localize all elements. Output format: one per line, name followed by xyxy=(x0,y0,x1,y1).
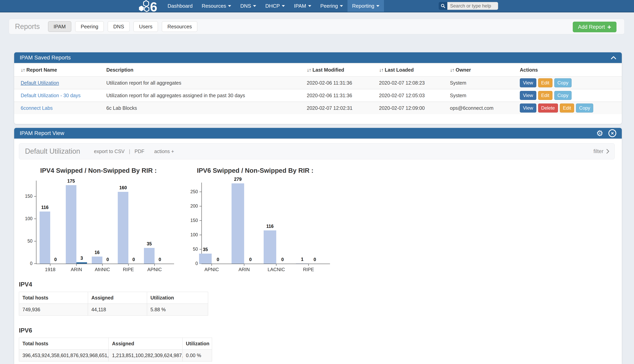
tab-ipam[interactable]: IPAM xyxy=(48,21,71,32)
nav-item-dashboard[interactable]: Dashboard xyxy=(163,0,197,12)
saved-reports-header: IPAM Saved Reports xyxy=(14,52,622,63)
column-header-label: Actions xyxy=(520,67,538,72)
delete-button[interactable]: Delete xyxy=(538,104,558,112)
report-owner: System xyxy=(450,80,520,86)
bar-value-label: 279 xyxy=(228,177,248,182)
6connect-logo: 6 xyxy=(138,0,163,12)
report-description: Utilization report for all aggregates as… xyxy=(106,93,307,98)
x-category-label: 1918 xyxy=(34,267,67,272)
nav-item-peering[interactable]: Peering xyxy=(316,0,348,12)
column-header-label: Last Modified xyxy=(312,67,344,72)
close-x-glyph: × xyxy=(608,129,616,137)
chevron-up-icon[interactable] xyxy=(611,56,616,59)
nav-item-resources[interactable]: Resources xyxy=(197,0,236,12)
nav-item-label: DHCP xyxy=(265,3,280,9)
view-button[interactable]: View xyxy=(520,91,536,100)
summary-value-assigned: 1,213,851,100,282,309,624,987,676 xyxy=(109,350,183,362)
nav-item-dns[interactable]: DNS xyxy=(236,0,261,12)
x-category-label: APNIC xyxy=(138,267,171,272)
y-tick xyxy=(34,218,36,219)
main-nav: DashboardResourcesDNSDHCPIPAMPeeringRepo… xyxy=(163,0,384,12)
add-report-label: Add Report xyxy=(578,24,605,30)
column-header-last-modified[interactable]: ↓↑Last Modified xyxy=(307,67,379,73)
report-name-link[interactable]: Default Utilization - 30 days xyxy=(21,93,81,98)
report-last-modified: 2020-02-07 12:02:31 xyxy=(307,105,379,111)
page-header: Reports IPAMPeeringDNSUsersResources Add… xyxy=(9,19,624,34)
bar-swipped-1918 xyxy=(40,212,50,264)
nav-item-dhcp[interactable]: DHCP xyxy=(261,0,289,12)
close-icon[interactable]: × xyxy=(608,129,616,137)
x-tick xyxy=(154,264,155,266)
search-input[interactable] xyxy=(447,2,498,10)
edit-button[interactable]: Edit xyxy=(560,104,574,112)
y-tick-label: 150 xyxy=(17,194,33,199)
sort-icon: ↓↑ xyxy=(307,67,311,72)
x-tick xyxy=(128,264,129,266)
summary-column-utilization: Utilization xyxy=(147,292,208,304)
y-tick xyxy=(200,220,201,221)
tab-peering[interactable]: Peering xyxy=(75,21,104,32)
search-icon[interactable] xyxy=(439,2,447,10)
bar-value-label: 35 xyxy=(139,241,159,246)
export-csv-link[interactable]: export to CSV xyxy=(94,148,125,154)
column-header-report-name[interactable]: ↓↑Report Name xyxy=(21,67,106,73)
saved-reports-title: IPAM Saved Reports xyxy=(20,54,71,61)
pdf-link[interactable]: PDF xyxy=(135,148,144,154)
report-name-cell: Default Utilization - 30 days xyxy=(21,93,106,98)
report-name-link[interactable]: Default Utilization xyxy=(21,80,59,86)
x-category-label: RIPE xyxy=(112,267,145,272)
x-category-label: ARIN xyxy=(60,267,93,272)
column-header-last-loaded[interactable]: ↓↑Last Loaded xyxy=(379,67,450,73)
view-button[interactable]: View xyxy=(520,78,536,87)
nav-item-label: Reporting xyxy=(352,3,374,9)
nav-item-reporting[interactable]: Reporting xyxy=(348,0,384,12)
x-tick xyxy=(102,264,103,266)
report-name-link[interactable]: 6connect Labs xyxy=(21,105,53,111)
add-report-button[interactable]: Add Report + xyxy=(573,22,616,32)
y-axis-line xyxy=(36,180,37,264)
y-tick-label: 100 xyxy=(183,232,198,238)
gear-icon[interactable]: ⚙ xyxy=(596,129,603,137)
y-tick xyxy=(200,235,201,235)
copy-button[interactable]: Copy xyxy=(576,104,593,112)
copy-button[interactable]: Copy xyxy=(554,78,571,87)
report-description: Utilization report for all aggregates xyxy=(106,80,307,86)
tab-users[interactable]: Users xyxy=(134,21,158,32)
bar-swipped-afrinic xyxy=(92,256,102,264)
filter-toggle[interactable]: filter xyxy=(593,148,609,154)
chevron-down-icon xyxy=(376,5,379,7)
chart-title: IPV6 Swipped / Non-Swipped By RIR : xyxy=(157,167,354,174)
report-last-loaded: 2020-02-07 12:05:03 xyxy=(379,93,450,98)
bar-value-label: 35 xyxy=(196,247,215,252)
column-header-owner[interactable]: ↓↑Owner xyxy=(450,67,520,73)
ipv6-heading: IPV6 xyxy=(19,327,32,334)
x-tick xyxy=(50,264,51,266)
view-button[interactable]: View xyxy=(520,104,536,112)
top-navbar: 6 DashboardResourcesDNSDHCPIPAMPeeringRe… xyxy=(0,0,634,12)
report-last-loaded: 2020-02-07 12:09:00 xyxy=(379,105,450,111)
nav-item-ipam[interactable]: IPAM xyxy=(289,0,316,12)
table-row: 6connect Labs6c Lab Blocks2020-02-07 12:… xyxy=(14,102,622,114)
toolbar-divider: | xyxy=(129,148,130,154)
tab-dns[interactable]: DNS xyxy=(108,21,130,32)
chart-title: IPV4 Swipped / Non-Swipped By RIR : xyxy=(14,167,197,174)
nav-item-label: Resources xyxy=(202,3,226,9)
x-category-label: APNIC xyxy=(195,267,228,272)
summary-value-total-hosts: 396,453,924,358,601,876,923,968,651,264 xyxy=(19,350,109,362)
column-header-label: Owner xyxy=(456,67,471,72)
column-header-label: Description xyxy=(106,67,134,72)
edit-button[interactable]: Edit xyxy=(538,91,552,100)
summary-column-assigned: Assigned xyxy=(109,338,183,350)
y-tick-label: 150 xyxy=(183,218,198,223)
bar-value-label: 160 xyxy=(113,185,133,190)
copy-button[interactable]: Copy xyxy=(554,91,571,100)
nav-item-label: IPAM xyxy=(294,3,306,9)
y-tick-label: 0 xyxy=(183,261,198,266)
summary-value-utilization: 0.00 % xyxy=(183,350,212,362)
saved-reports-panel: IPAM Saved Reports ↓↑Report NameDescript… xyxy=(14,52,622,124)
y-tick-label: 100 xyxy=(17,216,33,221)
tab-resources[interactable]: Resources xyxy=(162,21,197,32)
bar-value-label: 0 xyxy=(46,257,65,262)
actions-menu[interactable]: actions + xyxy=(154,148,174,154)
edit-button[interactable]: Edit xyxy=(538,78,552,87)
